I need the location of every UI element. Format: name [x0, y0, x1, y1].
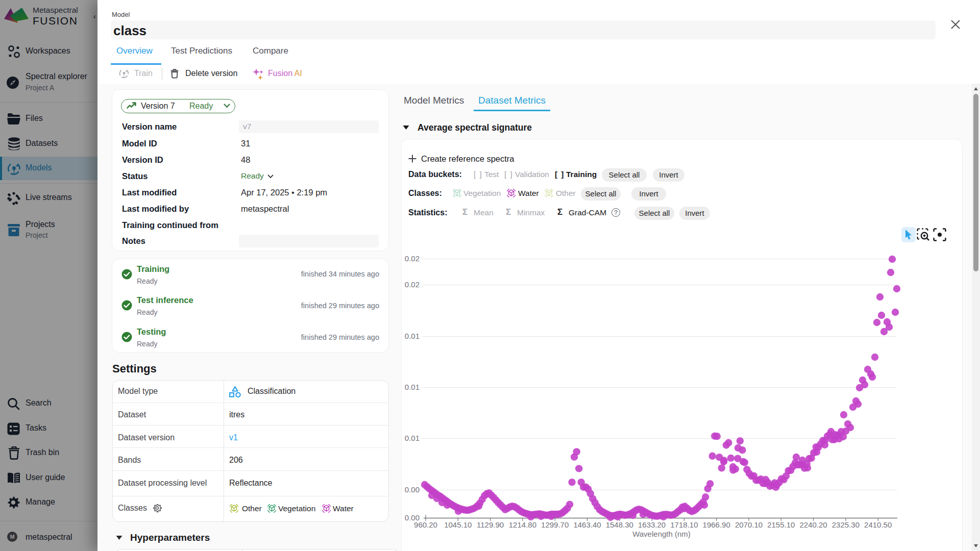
- svg-text:Wavelength (nm): Wavelength (nm): [632, 530, 691, 538]
- svg-text:1463.40: 1463.40: [573, 520, 601, 529]
- svg-text:2325.30: 2325.30: [832, 520, 860, 529]
- svg-text:1718.10: 1718.10: [670, 520, 698, 529]
- svg-text:0.02: 0.02: [405, 280, 420, 289]
- svg-text:0.01: 0.01: [405, 383, 420, 391]
- svg-text:2410.50: 2410.50: [864, 520, 892, 529]
- svg-text:1633.20: 1633.20: [638, 520, 666, 529]
- svg-text:0.01: 0.01: [405, 332, 420, 340]
- svg-text:1966.90: 1966.90: [703, 520, 730, 529]
- svg-text:1129.90: 1129.90: [477, 520, 504, 529]
- svg-text:0.00: 0.00: [405, 485, 420, 494]
- svg-text:0.01: 0.01: [405, 434, 420, 442]
- svg-text:2070.10: 2070.10: [735, 520, 763, 529]
- svg-text:0.02: 0.02: [405, 254, 420, 263]
- svg-text:1045.10: 1045.10: [444, 520, 472, 529]
- svg-text:2155.10: 2155.10: [767, 520, 795, 529]
- svg-text:1214.80: 1214.80: [509, 520, 536, 529]
- svg-text:2240.20: 2240.20: [799, 520, 827, 529]
- svg-text:960.20: 960.20: [414, 520, 437, 529]
- svg-text:1299.70: 1299.70: [541, 520, 569, 529]
- svg-text:1548.30: 1548.30: [606, 520, 633, 529]
